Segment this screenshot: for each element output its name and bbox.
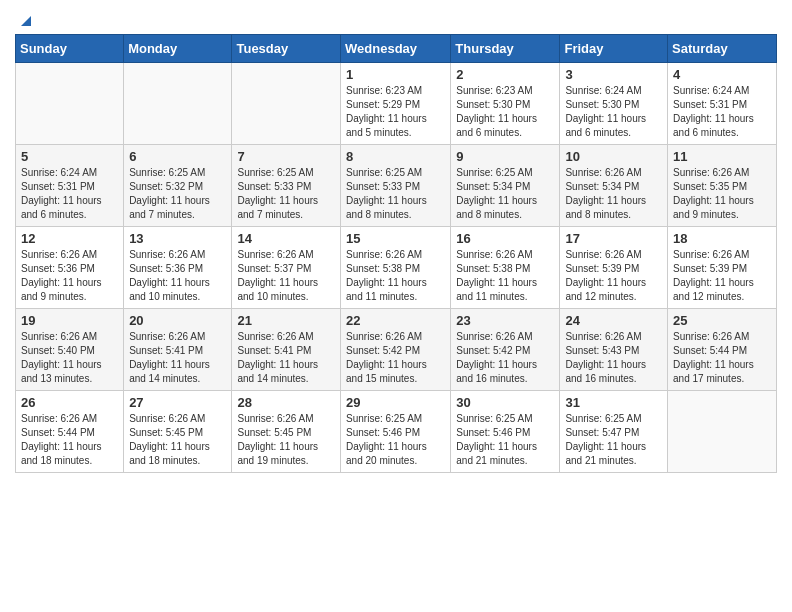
calendar-table: SundayMondayTuesdayWednesdayThursdayFrid… bbox=[15, 34, 777, 473]
calendar-cell: 14Sunrise: 6:26 AM Sunset: 5:37 PM Dayli… bbox=[232, 227, 341, 309]
calendar-cell: 5Sunrise: 6:24 AM Sunset: 5:31 PM Daylig… bbox=[16, 145, 124, 227]
day-info: Sunrise: 6:26 AM Sunset: 5:34 PM Dayligh… bbox=[565, 166, 662, 222]
calendar-cell: 18Sunrise: 6:26 AM Sunset: 5:39 PM Dayli… bbox=[668, 227, 777, 309]
day-header-saturday: Saturday bbox=[668, 35, 777, 63]
day-info: Sunrise: 6:26 AM Sunset: 5:38 PM Dayligh… bbox=[346, 248, 445, 304]
calendar-cell bbox=[232, 63, 341, 145]
day-info: Sunrise: 6:26 AM Sunset: 5:40 PM Dayligh… bbox=[21, 330, 118, 386]
day-number: 9 bbox=[456, 149, 554, 164]
day-number: 25 bbox=[673, 313, 771, 328]
day-info: Sunrise: 6:26 AM Sunset: 5:41 PM Dayligh… bbox=[237, 330, 335, 386]
day-info: Sunrise: 6:25 AM Sunset: 5:47 PM Dayligh… bbox=[565, 412, 662, 468]
day-info: Sunrise: 6:25 AM Sunset: 5:32 PM Dayligh… bbox=[129, 166, 226, 222]
day-number: 22 bbox=[346, 313, 445, 328]
logo bbox=[15, 14, 35, 26]
calendar-cell: 29Sunrise: 6:25 AM Sunset: 5:46 PM Dayli… bbox=[341, 391, 451, 473]
calendar-cell: 10Sunrise: 6:26 AM Sunset: 5:34 PM Dayli… bbox=[560, 145, 668, 227]
calendar-cell: 28Sunrise: 6:26 AM Sunset: 5:45 PM Dayli… bbox=[232, 391, 341, 473]
day-number: 23 bbox=[456, 313, 554, 328]
calendar-cell: 3Sunrise: 6:24 AM Sunset: 5:30 PM Daylig… bbox=[560, 63, 668, 145]
calendar-week-row: 1Sunrise: 6:23 AM Sunset: 5:29 PM Daylig… bbox=[16, 63, 777, 145]
day-info: Sunrise: 6:24 AM Sunset: 5:31 PM Dayligh… bbox=[21, 166, 118, 222]
calendar-cell: 6Sunrise: 6:25 AM Sunset: 5:32 PM Daylig… bbox=[124, 145, 232, 227]
day-number: 15 bbox=[346, 231, 445, 246]
day-number: 12 bbox=[21, 231, 118, 246]
day-info: Sunrise: 6:26 AM Sunset: 5:38 PM Dayligh… bbox=[456, 248, 554, 304]
day-number: 2 bbox=[456, 67, 554, 82]
day-info: Sunrise: 6:25 AM Sunset: 5:33 PM Dayligh… bbox=[237, 166, 335, 222]
day-number: 1 bbox=[346, 67, 445, 82]
calendar-cell: 9Sunrise: 6:25 AM Sunset: 5:34 PM Daylig… bbox=[451, 145, 560, 227]
calendar-cell: 12Sunrise: 6:26 AM Sunset: 5:36 PM Dayli… bbox=[16, 227, 124, 309]
calendar-cell: 7Sunrise: 6:25 AM Sunset: 5:33 PM Daylig… bbox=[232, 145, 341, 227]
day-info: Sunrise: 6:26 AM Sunset: 5:43 PM Dayligh… bbox=[565, 330, 662, 386]
calendar-cell: 17Sunrise: 6:26 AM Sunset: 5:39 PM Dayli… bbox=[560, 227, 668, 309]
calendar-cell: 30Sunrise: 6:25 AM Sunset: 5:46 PM Dayli… bbox=[451, 391, 560, 473]
day-info: Sunrise: 6:26 AM Sunset: 5:44 PM Dayligh… bbox=[21, 412, 118, 468]
day-number: 19 bbox=[21, 313, 118, 328]
day-info: Sunrise: 6:26 AM Sunset: 5:37 PM Dayligh… bbox=[237, 248, 335, 304]
day-info: Sunrise: 6:26 AM Sunset: 5:36 PM Dayligh… bbox=[21, 248, 118, 304]
calendar-cell: 1Sunrise: 6:23 AM Sunset: 5:29 PM Daylig… bbox=[341, 63, 451, 145]
day-number: 10 bbox=[565, 149, 662, 164]
day-info: Sunrise: 6:26 AM Sunset: 5:44 PM Dayligh… bbox=[673, 330, 771, 386]
day-number: 24 bbox=[565, 313, 662, 328]
calendar-cell: 25Sunrise: 6:26 AM Sunset: 5:44 PM Dayli… bbox=[668, 309, 777, 391]
calendar-week-row: 12Sunrise: 6:26 AM Sunset: 5:36 PM Dayli… bbox=[16, 227, 777, 309]
day-number: 20 bbox=[129, 313, 226, 328]
day-info: Sunrise: 6:26 AM Sunset: 5:35 PM Dayligh… bbox=[673, 166, 771, 222]
day-info: Sunrise: 6:25 AM Sunset: 5:34 PM Dayligh… bbox=[456, 166, 554, 222]
day-number: 16 bbox=[456, 231, 554, 246]
calendar-cell: 16Sunrise: 6:26 AM Sunset: 5:38 PM Dayli… bbox=[451, 227, 560, 309]
calendar-header-row: SundayMondayTuesdayWednesdayThursdayFrid… bbox=[16, 35, 777, 63]
day-number: 30 bbox=[456, 395, 554, 410]
calendar-cell: 15Sunrise: 6:26 AM Sunset: 5:38 PM Dayli… bbox=[341, 227, 451, 309]
day-number: 6 bbox=[129, 149, 226, 164]
calendar-cell: 4Sunrise: 6:24 AM Sunset: 5:31 PM Daylig… bbox=[668, 63, 777, 145]
day-number: 27 bbox=[129, 395, 226, 410]
calendar-cell: 22Sunrise: 6:26 AM Sunset: 5:42 PM Dayli… bbox=[341, 309, 451, 391]
calendar-cell: 13Sunrise: 6:26 AM Sunset: 5:36 PM Dayli… bbox=[124, 227, 232, 309]
day-number: 7 bbox=[237, 149, 335, 164]
calendar-cell: 27Sunrise: 6:26 AM Sunset: 5:45 PM Dayli… bbox=[124, 391, 232, 473]
day-info: Sunrise: 6:24 AM Sunset: 5:30 PM Dayligh… bbox=[565, 84, 662, 140]
calendar-week-row: 5Sunrise: 6:24 AM Sunset: 5:31 PM Daylig… bbox=[16, 145, 777, 227]
day-number: 14 bbox=[237, 231, 335, 246]
calendar-week-row: 19Sunrise: 6:26 AM Sunset: 5:40 PM Dayli… bbox=[16, 309, 777, 391]
day-info: Sunrise: 6:26 AM Sunset: 5:45 PM Dayligh… bbox=[237, 412, 335, 468]
day-info: Sunrise: 6:25 AM Sunset: 5:33 PM Dayligh… bbox=[346, 166, 445, 222]
day-info: Sunrise: 6:26 AM Sunset: 5:36 PM Dayligh… bbox=[129, 248, 226, 304]
day-number: 29 bbox=[346, 395, 445, 410]
day-number: 26 bbox=[21, 395, 118, 410]
calendar-cell: 2Sunrise: 6:23 AM Sunset: 5:30 PM Daylig… bbox=[451, 63, 560, 145]
calendar-cell: 8Sunrise: 6:25 AM Sunset: 5:33 PM Daylig… bbox=[341, 145, 451, 227]
logo-arrow-icon bbox=[17, 12, 35, 30]
calendar-cell: 24Sunrise: 6:26 AM Sunset: 5:43 PM Dayli… bbox=[560, 309, 668, 391]
day-info: Sunrise: 6:23 AM Sunset: 5:30 PM Dayligh… bbox=[456, 84, 554, 140]
calendar-cell: 21Sunrise: 6:26 AM Sunset: 5:41 PM Dayli… bbox=[232, 309, 341, 391]
day-number: 4 bbox=[673, 67, 771, 82]
day-number: 3 bbox=[565, 67, 662, 82]
day-header-tuesday: Tuesday bbox=[232, 35, 341, 63]
day-number: 8 bbox=[346, 149, 445, 164]
day-number: 17 bbox=[565, 231, 662, 246]
day-number: 13 bbox=[129, 231, 226, 246]
day-info: Sunrise: 6:26 AM Sunset: 5:42 PM Dayligh… bbox=[456, 330, 554, 386]
calendar-cell bbox=[668, 391, 777, 473]
svg-marker-0 bbox=[21, 16, 31, 26]
day-info: Sunrise: 6:23 AM Sunset: 5:29 PM Dayligh… bbox=[346, 84, 445, 140]
calendar-cell: 26Sunrise: 6:26 AM Sunset: 5:44 PM Dayli… bbox=[16, 391, 124, 473]
calendar-cell: 23Sunrise: 6:26 AM Sunset: 5:42 PM Dayli… bbox=[451, 309, 560, 391]
calendar-cell bbox=[16, 63, 124, 145]
day-info: Sunrise: 6:25 AM Sunset: 5:46 PM Dayligh… bbox=[456, 412, 554, 468]
calendar-cell: 20Sunrise: 6:26 AM Sunset: 5:41 PM Dayli… bbox=[124, 309, 232, 391]
day-number: 11 bbox=[673, 149, 771, 164]
page-header bbox=[15, 10, 777, 26]
day-info: Sunrise: 6:25 AM Sunset: 5:46 PM Dayligh… bbox=[346, 412, 445, 468]
day-number: 18 bbox=[673, 231, 771, 246]
calendar-cell: 31Sunrise: 6:25 AM Sunset: 5:47 PM Dayli… bbox=[560, 391, 668, 473]
day-header-friday: Friday bbox=[560, 35, 668, 63]
day-header-wednesday: Wednesday bbox=[341, 35, 451, 63]
calendar-cell: 19Sunrise: 6:26 AM Sunset: 5:40 PM Dayli… bbox=[16, 309, 124, 391]
day-info: Sunrise: 6:26 AM Sunset: 5:39 PM Dayligh… bbox=[565, 248, 662, 304]
